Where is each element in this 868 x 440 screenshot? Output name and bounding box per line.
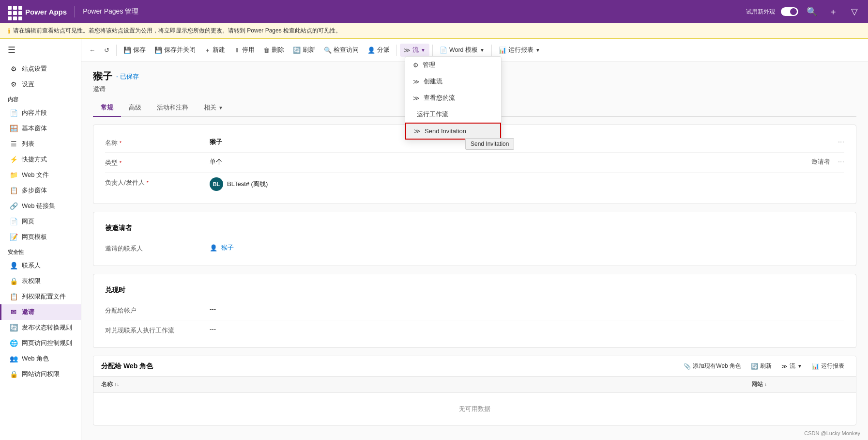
sidebar-item-label: 发布状态转换规则 bbox=[22, 323, 72, 332]
word-template-chevron-icon: ▼ bbox=[480, 47, 485, 53]
flow-button[interactable]: ≫ 流 ▼ bbox=[400, 44, 429, 57]
sidebar-item-site-access[interactable]: 🔒 网站访问权限 bbox=[0, 366, 81, 382]
sidebar-item-webpage-templates[interactable]: 📝 网页模板 bbox=[0, 229, 81, 245]
dropdown-item-run-workflow[interactable]: 运行工作流 bbox=[405, 106, 501, 123]
send-invitation-icon: ≫ bbox=[414, 127, 421, 135]
web-roles-table-section: 分配给 Web 角色 📎 添加现有Web 角色 🔄 刷新 ≫ 流 bbox=[93, 356, 856, 425]
table-refresh-button[interactable]: 🔄 刷新 bbox=[747, 360, 776, 372]
name-required-mark: * bbox=[120, 141, 122, 146]
type-right-label: 邀请者 bbox=[811, 157, 830, 166]
table-flow-button[interactable]: ≫ 流 ▼ bbox=[777, 360, 806, 372]
sidebar-item-web-link-sets[interactable]: 🔗 Web 链接集 bbox=[0, 198, 81, 214]
toggle-switch[interactable] bbox=[781, 7, 798, 16]
flow-chevron-icon: ▼ bbox=[421, 47, 426, 53]
publish-rules-icon: 🔄 bbox=[9, 324, 18, 331]
tab-advanced[interactable]: 高级 bbox=[121, 99, 149, 117]
sidebar-item-shortcuts[interactable]: ⚡ 快捷方式 bbox=[0, 152, 81, 167]
word-template-button[interactable]: 📄 Word 模板 ▼ bbox=[436, 44, 488, 57]
type-value: 单个 bbox=[210, 157, 804, 166]
col-name-header[interactable]: 名称 ↑↓ bbox=[101, 380, 751, 389]
sidebar-item-basic-forms[interactable]: 🪟 基本窗体 bbox=[0, 121, 81, 136]
sidebar-item-webpages[interactable]: 📄 网页 bbox=[0, 214, 81, 229]
table-report-button[interactable]: 📊 运行报表 bbox=[808, 360, 848, 372]
deactivate-button[interactable]: ⏸ 停用 bbox=[230, 44, 259, 57]
sidebar-item-web-files[interactable]: 📁 Web 文件 bbox=[0, 167, 81, 183]
refresh2-button[interactable]: 🔄 刷新 bbox=[289, 44, 319, 57]
sidebar-item-multistep-forms[interactable]: 📋 多步窗体 bbox=[0, 183, 81, 198]
contact-value: 👤 猴子 bbox=[210, 243, 844, 252]
back-button[interactable]: ← bbox=[85, 44, 99, 56]
sidebar-item-content-snippets[interactable]: 📄 内容片段 bbox=[0, 105, 81, 121]
sidebar-item-settings[interactable]: ⚙ 设置 bbox=[0, 77, 81, 92]
sidebar-item-publish-rules[interactable]: 🔄 发布状态转换规则 bbox=[0, 320, 81, 335]
delete-button[interactable]: 🗑 删除 bbox=[259, 44, 288, 57]
sidebar-item-contacts[interactable]: 👤 联系人 bbox=[0, 258, 81, 273]
col-website-header[interactable]: 网站 ↓ bbox=[751, 380, 848, 389]
contact-icon: 👤 bbox=[210, 244, 217, 251]
column-permissions-icon: 📋 bbox=[9, 293, 18, 300]
contacts-icon: 👤 bbox=[9, 262, 18, 269]
noticebar: ℹ 请在编辑前查看站点可见性。若您将该站点设置为公用，将立即显示您所做的更改。请… bbox=[0, 23, 868, 39]
run-report-button[interactable]: 📊 运行报表 ▼ bbox=[495, 44, 544, 57]
account-label: 分配给帐户 bbox=[105, 305, 202, 315]
dropdown-item-manage[interactable]: ⚙ 管理 bbox=[405, 57, 501, 73]
dropdown-item-create-flow[interactable]: ≫ 创建流 bbox=[405, 73, 501, 90]
dropdown-item-view-flows[interactable]: ≫ 查看您的流 bbox=[405, 90, 501, 106]
sidebar-item-page-access-rules[interactable]: 🌐 网页访问控制规则 bbox=[0, 335, 81, 351]
check-access-button[interactable]: 🔍 检查访问 bbox=[320, 44, 363, 57]
contact-label: 邀请的联系人 bbox=[105, 243, 202, 253]
filter-icon-btn[interactable]: ▽ bbox=[847, 4, 862, 19]
owner-name: BLTest# (离线) bbox=[227, 180, 268, 189]
add-icon: 📎 bbox=[684, 363, 691, 370]
tab-general-label: 常规 bbox=[101, 103, 113, 112]
search-icon-btn[interactable]: 🔍 bbox=[804, 4, 820, 19]
page-title-topbar: Power Pages 管理 bbox=[83, 7, 138, 16]
contact-name[interactable]: 猴子 bbox=[221, 243, 234, 252]
security-section-label: 安全性 bbox=[0, 245, 81, 258]
apps-grid-icon[interactable] bbox=[6, 4, 21, 19]
sidebar-item-web-roles[interactable]: 👥 Web 角色 bbox=[0, 351, 81, 366]
add-icon-btn[interactable]: ＋ bbox=[825, 4, 841, 19]
new-button[interactable]: ＋ 新建 bbox=[200, 44, 229, 57]
dropdown-item-send-invitation[interactable]: ≫ Send Invitation bbox=[405, 123, 501, 140]
owner-value: BL BLTest# (离线) bbox=[210, 177, 844, 191]
add-web-role-button[interactable]: 📎 添加现有Web 角色 bbox=[680, 360, 745, 372]
basic-forms-icon: 🪟 bbox=[9, 125, 18, 132]
assign-icon: 👤 bbox=[367, 47, 375, 54]
page-access-icon: 🌐 bbox=[9, 339, 18, 347]
sidebar-item-site-settings[interactable]: ⚙ 站点设置 bbox=[0, 61, 81, 77]
toolbar-sep-2 bbox=[396, 45, 397, 56]
save-button[interactable]: 💾 保存 bbox=[120, 44, 150, 57]
table-header-row: 分配给 Web 角色 📎 添加现有Web 角色 🔄 刷新 ≫ 流 bbox=[93, 356, 856, 377]
sidebar-hamburger[interactable]: ☰ bbox=[0, 39, 81, 61]
type-required-mark: * bbox=[120, 160, 122, 166]
manage-icon: ⚙ bbox=[413, 62, 419, 69]
table-section-title: 分配给 Web 角色 bbox=[101, 362, 153, 371]
table-flow-icon: ≫ bbox=[781, 363, 788, 370]
topbar: Power Apps Power Pages 管理 试用新外观 🔍 ＋ ▽ bbox=[0, 0, 868, 23]
back-icon: ← bbox=[89, 47, 95, 54]
sidebar-item-invitations[interactable]: ✉ 邀请 bbox=[0, 304, 81, 320]
send-invitation-tooltip: Send Invitation bbox=[465, 138, 514, 150]
redemption-header: 兑现时 bbox=[105, 282, 844, 300]
sidebar-item-label: 站点设置 bbox=[22, 64, 47, 73]
create-flow-icon: ≫ bbox=[413, 78, 420, 85]
name-dots[interactable]: ··· bbox=[838, 138, 844, 146]
sidebar-item-label: 网站访问权限 bbox=[22, 370, 60, 378]
name-value: 猴子 bbox=[210, 138, 830, 146]
type-dots[interactable]: ··· bbox=[838, 157, 844, 166]
tab-activities[interactable]: 活动和注释 bbox=[149, 99, 196, 117]
sidebar-item-lists[interactable]: ☰ 列表 bbox=[0, 136, 81, 152]
tab-general[interactable]: 常规 bbox=[93, 99, 121, 117]
save-close-button[interactable]: 💾 保存并关闭 bbox=[151, 44, 199, 57]
sidebar-item-column-permissions[interactable]: 📋 列权限配置文件 bbox=[0, 289, 81, 304]
assign-button[interactable]: 👤 分派 bbox=[364, 44, 394, 57]
run-report-label: 运行报表 bbox=[508, 46, 533, 54]
owner-required-mark: * bbox=[147, 180, 149, 186]
web-files-icon: 📁 bbox=[9, 171, 18, 179]
refresh-button[interactable]: ↺ bbox=[100, 44, 113, 56]
sidebar-item-label: 基本窗体 bbox=[22, 124, 47, 133]
tab-related[interactable]: 相关 ▼ bbox=[196, 99, 231, 117]
delete-label: 删除 bbox=[272, 46, 284, 54]
sidebar-item-table-permissions[interactable]: 🔒 表权限 bbox=[0, 273, 81, 289]
